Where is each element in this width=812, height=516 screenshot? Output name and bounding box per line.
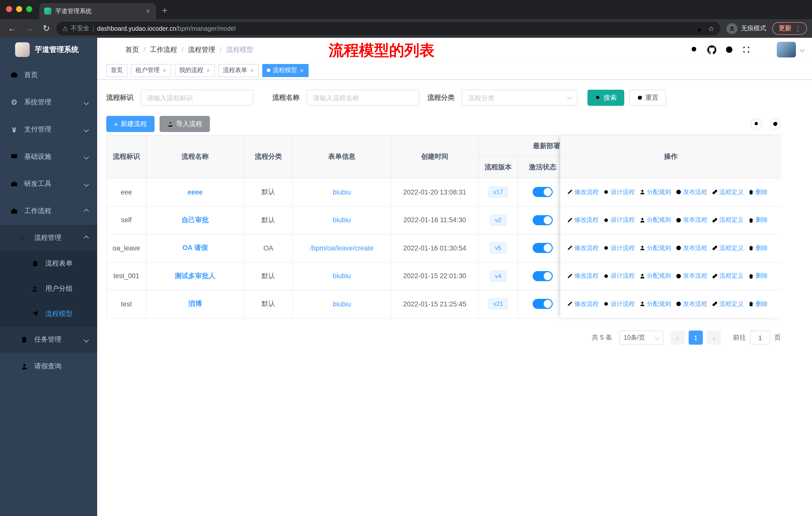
design-process-link[interactable]: 设计流程	[603, 272, 635, 280]
design-process-link[interactable]: 设计流程	[603, 244, 635, 252]
url-bar[interactable]: ⚠ 不安全 dashboard.yudao.iocoder.cn/bpm/man…	[56, 22, 720, 35]
reset-button[interactable]: 重置	[629, 90, 666, 106]
assign-rule-link[interactable]: 分配规则	[639, 300, 671, 308]
sidebar-item-workflow[interactable]: 工作流程	[0, 197, 97, 225]
tag-process-model[interactable]: 流程模型×	[262, 64, 309, 77]
next-page-button[interactable]: ›	[707, 331, 721, 345]
sidebar-item-user-group[interactable]: 用户分组	[0, 276, 97, 301]
breadcrumb-item[interactable]: 工作流程	[150, 45, 177, 54]
form-info-link[interactable]: /bpm/oa/leave/create	[310, 244, 374, 252]
modify-process-link[interactable]: 修改流程	[567, 272, 599, 280]
design-process-link[interactable]: 设计流程	[603, 188, 635, 196]
assign-rule-link[interactable]: 分配规则	[639, 244, 671, 252]
window-minimize-button[interactable]	[16, 6, 22, 12]
sidebar-item-devtools[interactable]: 研发工具	[0, 170, 97, 197]
search-button[interactable]: 搜索	[587, 90, 624, 106]
browser-tab[interactable]: 芋道管理系统 ×	[39, 3, 156, 19]
delete-link[interactable]: 删除	[748, 300, 768, 308]
process-name-link[interactable]: 自己审批	[181, 216, 209, 225]
user-avatar[interactable]	[777, 42, 796, 57]
publish-process-link[interactable]: 发布流程	[675, 216, 707, 224]
delete-link[interactable]: 删除	[748, 272, 768, 280]
process-definition-link[interactable]: 流程定义	[712, 188, 744, 196]
refresh-button[interactable]	[769, 118, 781, 130]
process-definition-link[interactable]: 流程定义	[712, 216, 744, 224]
update-button[interactable]: 更新 ⋮	[772, 22, 807, 35]
prev-page-button[interactable]: ‹	[671, 331, 685, 345]
process-key-input[interactable]	[141, 90, 253, 106]
help-icon[interactable]	[725, 45, 733, 54]
publish-process-link[interactable]: 发布流程	[675, 272, 707, 280]
font-size-icon[interactable]	[759, 45, 768, 54]
tab-close-icon[interactable]: ×	[145, 7, 151, 15]
new-tab-button[interactable]: +	[162, 5, 167, 16]
github-icon[interactable]	[707, 45, 716, 54]
sidebar-item-process-model[interactable]: 流程模型	[0, 301, 97, 327]
key-icon[interactable]	[697, 24, 704, 33]
process-name-link[interactable]: eeee	[187, 188, 203, 196]
reload-button[interactable]: ↻	[39, 23, 53, 34]
create-process-button[interactable]: + 新建流程	[106, 116, 154, 132]
sidebar-item-payment[interactable]: ¥ 支付管理	[0, 116, 97, 143]
assign-rule-link[interactable]: 分配规则	[639, 216, 671, 224]
active-toggle[interactable]	[532, 299, 553, 309]
delete-link[interactable]: 删除	[748, 216, 768, 224]
form-info-link[interactable]: biubiu	[333, 188, 351, 196]
window-close-button[interactable]	[6, 6, 12, 12]
sidebar-toggle-button[interactable]	[107, 45, 116, 54]
menu-dots-icon[interactable]: ⋮	[794, 24, 802, 32]
process-definition-link[interactable]: 流程定义	[712, 244, 744, 252]
active-toggle[interactable]	[532, 187, 553, 197]
tag-close-icon[interactable]: ×	[299, 67, 304, 74]
page-number-button[interactable]: 1	[689, 331, 703, 345]
search-icon[interactable]	[690, 45, 699, 54]
tag-home[interactable]: 首页	[106, 64, 127, 77]
process-name-input[interactable]	[307, 90, 419, 106]
toggle-search-button[interactable]	[751, 118, 762, 130]
back-button[interactable]: ←	[5, 23, 19, 33]
process-definition-link[interactable]: 流程定义	[712, 272, 744, 280]
forward-button[interactable]: →	[22, 23, 36, 33]
page-size-select[interactable]: 10条/页	[619, 331, 664, 345]
design-process-link[interactable]: 设计流程	[603, 300, 635, 308]
version-badge[interactable]: v4	[490, 271, 506, 282]
fullscreen-icon[interactable]	[742, 45, 751, 54]
modify-process-link[interactable]: 修改流程	[567, 216, 599, 224]
breadcrumb-item[interactable]: 流程管理	[188, 45, 215, 54]
import-process-button[interactable]: 导入流程	[160, 116, 210, 132]
active-toggle[interactable]	[532, 271, 553, 281]
form-info-link[interactable]: biubiu	[333, 300, 351, 308]
process-definition-link[interactable]: 流程定义	[712, 300, 744, 308]
modify-process-link[interactable]: 修改流程	[567, 300, 599, 308]
tag-close-icon[interactable]: ×	[162, 67, 167, 74]
delete-link[interactable]: 删除	[748, 244, 768, 252]
version-badge[interactable]: v21	[488, 299, 508, 310]
goto-page-input[interactable]	[750, 331, 770, 345]
modify-process-link[interactable]: 修改流程	[567, 188, 599, 196]
assign-rule-link[interactable]: 分配规则	[639, 272, 671, 280]
tag-tenant[interactable]: 租户管理×	[131, 64, 171, 77]
tag-my-process[interactable]: 我的流程×	[175, 64, 215, 77]
breadcrumb-item[interactable]: 首页	[125, 45, 139, 54]
active-toggle[interactable]	[532, 243, 553, 253]
version-badge[interactable]: v2	[490, 215, 506, 226]
active-toggle[interactable]	[532, 215, 553, 225]
window-zoom-button[interactable]	[26, 6, 32, 12]
delete-link[interactable]: 删除	[748, 188, 768, 196]
publish-process-link[interactable]: 发布流程	[675, 188, 707, 196]
process-name-link[interactable]: OA 请假	[182, 244, 208, 253]
publish-process-link[interactable]: 发布流程	[675, 244, 707, 252]
form-info-link[interactable]: biubiu	[333, 272, 351, 280]
sidebar-item-system[interactable]: ⚙ 系统管理	[0, 89, 97, 116]
sidebar-item-leave-query[interactable]: 请假查询	[0, 353, 97, 380]
sidebar-item-task-management[interactable]: 任务管理	[0, 327, 97, 353]
sidebar-item-process-form[interactable]: 流程表单	[0, 251, 97, 276]
publish-process-link[interactable]: 发布流程	[675, 300, 707, 308]
security-status[interactable]: ⚠ 不安全	[62, 24, 89, 33]
version-badge[interactable]: v17	[488, 187, 508, 198]
process-name-link[interactable]: 测试多审批人	[175, 272, 215, 281]
sidebar-item-infrastructure[interactable]: 基础设施	[0, 143, 97, 170]
assign-rule-link[interactable]: 分配规则	[639, 188, 671, 196]
tag-close-icon[interactable]: ×	[250, 67, 254, 74]
tag-process-form[interactable]: 流程表单×	[219, 64, 259, 77]
